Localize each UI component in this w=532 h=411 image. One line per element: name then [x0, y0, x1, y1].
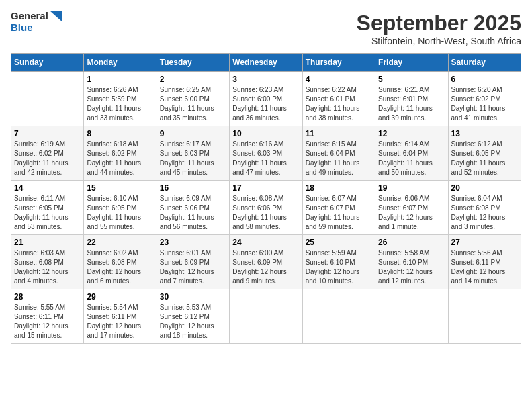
day-cell: 15Sunrise: 6:10 AMSunset: 6:05 PMDayligh… — [84, 181, 157, 235]
day-info: Sunrise: 6:22 AMSunset: 6:01 PMDaylight:… — [306, 85, 372, 123]
day-cell: 27Sunrise: 5:56 AMSunset: 6:11 PMDayligh… — [448, 235, 521, 289]
day-number: 3 — [232, 75, 299, 84]
day-info: Sunrise: 6:12 AMSunset: 6:05 PMDaylight:… — [451, 140, 518, 177]
day-number: 24 — [232, 238, 299, 247]
logo-text: General Blue — [11, 11, 62, 33]
week-row-4: 21Sunrise: 6:03 AMSunset: 6:08 PMDayligh… — [11, 235, 521, 289]
day-cell: 26Sunrise: 5:58 AMSunset: 6:10 PMDayligh… — [375, 235, 448, 289]
day-number: 27 — [451, 238, 518, 247]
day-cell: 12Sunrise: 6:14 AMSunset: 6:04 PMDayligh… — [375, 126, 448, 181]
day-info: Sunrise: 6:21 AMSunset: 6:01 PMDaylight:… — [378, 85, 445, 123]
logo-blue: Blue — [11, 22, 62, 34]
day-info: Sunrise: 5:54 AMSunset: 6:11 PMDaylight:… — [87, 303, 153, 340]
day-cell: 25Sunrise: 5:59 AMSunset: 6:10 PMDayligh… — [302, 235, 375, 289]
day-cell: 21Sunrise: 6:03 AMSunset: 6:08 PMDayligh… — [11, 235, 84, 289]
week-row-3: 14Sunrise: 6:11 AMSunset: 6:05 PMDayligh… — [11, 181, 521, 235]
day-number: 13 — [451, 129, 518, 138]
day-cell: 10Sunrise: 6:16 AMSunset: 6:03 PMDayligh… — [230, 126, 302, 181]
day-cell: 30Sunrise: 5:53 AMSunset: 6:12 PMDayligh… — [157, 289, 229, 344]
day-number: 4 — [306, 75, 372, 84]
day-info: Sunrise: 6:20 AMSunset: 6:02 PMDaylight:… — [451, 85, 518, 123]
day-info: Sunrise: 6:23 AMSunset: 6:00 PMDaylight:… — [232, 85, 299, 123]
day-number: 8 — [87, 129, 153, 138]
day-cell: 20Sunrise: 6:04 AMSunset: 6:08 PMDayligh… — [448, 181, 521, 235]
day-cell — [230, 289, 302, 344]
day-number: 21 — [14, 238, 81, 247]
day-number: 18 — [306, 183, 372, 193]
day-cell: 9Sunrise: 6:17 AMSunset: 6:03 PMDaylight… — [157, 126, 229, 181]
day-info: Sunrise: 6:26 AMSunset: 5:59 PMDaylight:… — [87, 85, 153, 123]
day-number: 10 — [232, 129, 299, 138]
day-cell — [11, 72, 84, 126]
day-number: 22 — [87, 238, 153, 247]
day-cell: 3Sunrise: 6:23 AMSunset: 6:00 PMDaylight… — [230, 72, 302, 126]
page-header: General Blue September 2025 Stilfontein,… — [11, 11, 521, 46]
calendar-table: SundayMondayTuesdayWednesdayThursdayFrid… — [11, 53, 521, 344]
location-subtitle: Stilfontein, North-West, South Africa — [357, 36, 521, 46]
logo-arrow-icon — [50, 11, 62, 21]
day-info: Sunrise: 6:01 AMSunset: 6:09 PMDaylight:… — [160, 248, 226, 286]
logo-general: General — [11, 11, 48, 22]
day-info: Sunrise: 5:53 AMSunset: 6:12 PMDaylight:… — [160, 303, 226, 340]
day-number: 26 — [378, 238, 445, 247]
day-cell: 24Sunrise: 6:00 AMSunset: 6:09 PMDayligh… — [230, 235, 302, 289]
week-row-5: 28Sunrise: 5:55 AMSunset: 6:11 PMDayligh… — [11, 289, 521, 344]
day-number: 28 — [14, 292, 81, 302]
day-header-wednesday: Wednesday — [230, 54, 302, 72]
svg-marker-0 — [50, 11, 62, 21]
day-number: 14 — [14, 183, 81, 193]
title-block: September 2025 Stilfontein, North-West, … — [357, 11, 521, 46]
day-number: 29 — [87, 292, 153, 302]
logo: General Blue — [11, 11, 62, 33]
day-cell: 19Sunrise: 6:06 AMSunset: 6:07 PMDayligh… — [375, 181, 448, 235]
day-number: 11 — [306, 129, 372, 138]
day-info: Sunrise: 6:00 AMSunset: 6:09 PMDaylight:… — [232, 248, 299, 286]
day-header-friday: Friday — [375, 54, 448, 72]
day-info: Sunrise: 6:02 AMSunset: 6:08 PMDaylight:… — [87, 248, 153, 286]
week-row-1: 1Sunrise: 6:26 AMSunset: 5:59 PMDaylight… — [11, 72, 521, 126]
day-info: Sunrise: 6:16 AMSunset: 6:03 PMDaylight:… — [232, 140, 299, 177]
day-info: Sunrise: 6:07 AMSunset: 6:07 PMDaylight:… — [306, 194, 372, 232]
month-title: September 2025 — [357, 11, 521, 36]
day-info: Sunrise: 6:06 AMSunset: 6:07 PMDaylight:… — [378, 194, 445, 232]
day-header-thursday: Thursday — [302, 54, 375, 72]
day-cell: 5Sunrise: 6:21 AMSunset: 6:01 PMDaylight… — [375, 72, 448, 126]
week-row-2: 7Sunrise: 6:19 AMSunset: 6:02 PMDaylight… — [11, 126, 521, 181]
day-info: Sunrise: 5:58 AMSunset: 6:10 PMDaylight:… — [378, 248, 445, 286]
day-number: 16 — [160, 183, 226, 193]
day-cell: 28Sunrise: 5:55 AMSunset: 6:11 PMDayligh… — [11, 289, 84, 344]
day-number: 2 — [160, 75, 226, 84]
day-cell: 22Sunrise: 6:02 AMSunset: 6:08 PMDayligh… — [84, 235, 157, 289]
day-cell: 18Sunrise: 6:07 AMSunset: 6:07 PMDayligh… — [302, 181, 375, 235]
day-cell: 16Sunrise: 6:09 AMSunset: 6:06 PMDayligh… — [157, 181, 229, 235]
day-info: Sunrise: 6:15 AMSunset: 6:04 PMDaylight:… — [306, 140, 372, 177]
day-info: Sunrise: 6:14 AMSunset: 6:04 PMDaylight:… — [378, 140, 445, 177]
day-info: Sunrise: 6:09 AMSunset: 6:06 PMDaylight:… — [160, 194, 226, 232]
day-info: Sunrise: 5:59 AMSunset: 6:10 PMDaylight:… — [306, 248, 372, 286]
day-info: Sunrise: 6:08 AMSunset: 6:06 PMDaylight:… — [232, 194, 299, 232]
day-header-saturday: Saturday — [448, 54, 521, 72]
day-info: Sunrise: 6:19 AMSunset: 6:02 PMDaylight:… — [14, 140, 81, 177]
day-cell: 7Sunrise: 6:19 AMSunset: 6:02 PMDaylight… — [11, 126, 84, 181]
day-info: Sunrise: 6:25 AMSunset: 6:00 PMDaylight:… — [160, 85, 226, 123]
day-number: 5 — [378, 75, 445, 84]
day-number: 6 — [451, 75, 518, 84]
day-cell: 8Sunrise: 6:18 AMSunset: 6:02 PMDaylight… — [84, 126, 157, 181]
day-info: Sunrise: 6:18 AMSunset: 6:02 PMDaylight:… — [87, 140, 153, 177]
day-info: Sunrise: 6:04 AMSunset: 6:08 PMDaylight:… — [451, 194, 518, 232]
day-number: 25 — [306, 238, 372, 247]
day-info: Sunrise: 5:56 AMSunset: 6:11 PMDaylight:… — [451, 248, 518, 286]
day-cell: 29Sunrise: 5:54 AMSunset: 6:11 PMDayligh… — [84, 289, 157, 344]
day-cell: 6Sunrise: 6:20 AMSunset: 6:02 PMDaylight… — [448, 72, 521, 126]
header-row: SundayMondayTuesdayWednesdayThursdayFrid… — [11, 54, 521, 72]
day-number: 9 — [160, 129, 226, 138]
day-cell: 17Sunrise: 6:08 AMSunset: 6:06 PMDayligh… — [230, 181, 302, 235]
day-number: 30 — [160, 292, 226, 302]
day-cell — [448, 289, 521, 344]
day-cell: 11Sunrise: 6:15 AMSunset: 6:04 PMDayligh… — [302, 126, 375, 181]
day-cell — [375, 289, 448, 344]
day-header-sunday: Sunday — [11, 54, 84, 72]
day-number: 17 — [232, 183, 299, 193]
day-number: 15 — [87, 183, 153, 193]
day-info: Sunrise: 5:55 AMSunset: 6:11 PMDaylight:… — [14, 303, 81, 340]
